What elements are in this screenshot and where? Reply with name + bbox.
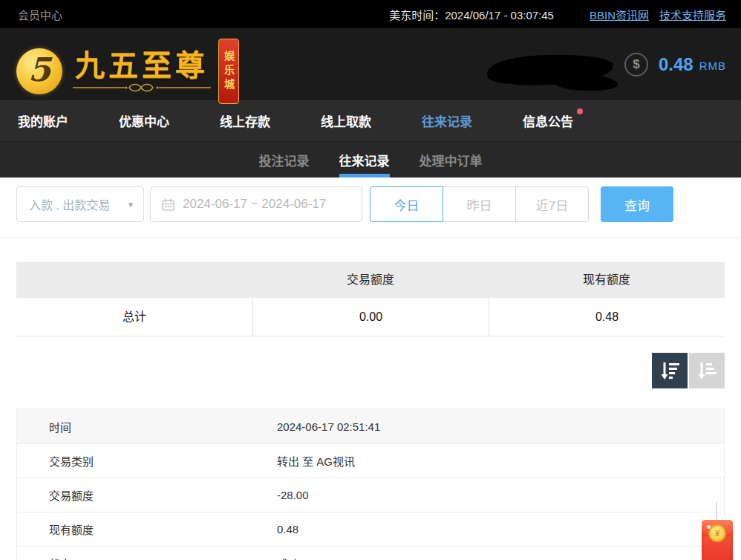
site-logo[interactable]: 5 九五至尊 娱乐城 [16, 39, 239, 104]
sort-ascending-icon [696, 361, 717, 380]
bbin-news-link[interactable]: BBIN资讯网 [590, 7, 649, 22]
tab-transaction-records[interactable]: 往来记录 [339, 142, 390, 178]
notification-dot [577, 108, 583, 114]
summary-current-balance: 0.48 [489, 298, 725, 336]
redacted-username-tail [553, 73, 618, 92]
logo-coin-icon: 5 [16, 48, 62, 94]
balance-currency: RMB [699, 59, 726, 72]
yesterday-button[interactable]: 昨日 [443, 186, 516, 222]
nav-item-announcements-label: 信息公告 [523, 115, 573, 129]
quick-range-group: 今日 昨日 近7日 [370, 186, 589, 222]
summary-total-label: 总计 [16, 298, 252, 336]
record-value: 0.48 [277, 523, 724, 535]
record-label: 交易额度 [17, 487, 277, 503]
date-range-value: 2024-06-17 ~ 2024-06-17 [183, 197, 326, 212]
summary-table: 交易额度 现有额度 总计 0.00 0.48 [16, 262, 725, 336]
caret-down-icon: ▼ [127, 201, 134, 209]
red-envelope-button[interactable]: ¥ [701, 502, 735, 560]
record-row-type: 交易类别 转出 至 AG视讯 [17, 443, 724, 478]
sort-descending-icon [659, 361, 680, 380]
dollar-circle-icon: $ [624, 53, 648, 76]
sub-nav: 投注记录 往来记录 处理中订单 [0, 142, 741, 178]
nav-item-announcements[interactable]: 信息公告 [523, 111, 573, 130]
record-row-amount: 交易额度 -28.00 [17, 478, 724, 512]
record-label: 现有额度 [17, 521, 277, 537]
red-envelope-icon: ¥ [702, 520, 733, 560]
tab-pending-orders[interactable]: 处理中订单 [420, 142, 483, 178]
record-label: 交易类别 [17, 453, 277, 469]
tech-support-link[interactable]: 技术支持服务 [659, 7, 726, 22]
calendar-icon [161, 198, 175, 212]
summary-header-empty [16, 262, 252, 298]
record-label: 时间 [17, 419, 277, 434]
record-value: 转出 至 AG视讯 [277, 453, 724, 469]
summary-header-row: 交易额度 现有额度 [16, 262, 725, 298]
today-button[interactable]: 今日 [370, 186, 443, 222]
record-value: 成功 [277, 556, 724, 560]
date-range-picker[interactable]: 2024-06-17 ~ 2024-06-17 [150, 186, 362, 222]
record-row-time: 时间 2024-06-17 02:51:41 [17, 409, 724, 443]
nav-item-promotions[interactable]: 优惠中心 [119, 111, 169, 130]
sort-controls [0, 353, 725, 388]
envelope-coin-icon: ¥ [708, 524, 726, 542]
last7days-button[interactable]: 近7日 [515, 186, 589, 222]
record-row-status: 状态 成功 [17, 546, 724, 560]
member-center-label: 会员中心 [18, 7, 62, 22]
sort-ascending-button[interactable] [689, 353, 725, 388]
envelope-string [716, 502, 717, 521]
nav-item-withdraw[interactable]: 线上取款 [321, 111, 371, 130]
summary-header-transaction-amount: 交易额度 [252, 262, 489, 298]
transaction-record-card: 时间 2024-06-17 02:51:41 交易类别 转出 至 AG视讯 交易… [16, 408, 725, 560]
nav-item-transactions[interactable]: 往来记录 [422, 111, 472, 130]
section-divider [0, 238, 741, 238]
top-bar: 会员中心 美东时间：2024/06/17 - 03:07:45 BBIN资讯网 … [0, 0, 741, 28]
logo-title: 九五至尊 [75, 50, 209, 81]
server-time: 美东时间：2024/06/17 - 03:07:45 [389, 7, 554, 22]
logo-badge: 娱乐城 [218, 39, 239, 104]
main-nav: 我的账户 优惠中心 线上存款 线上取款 往来记录 信息公告 [0, 100, 741, 142]
transaction-type-dropdown[interactable]: 入款 . 出款交易 ▼ [16, 186, 144, 222]
filter-bar: 入款 . 出款交易 ▼ 2024-06-17 ~ 2024-06-17 今日 昨… [0, 178, 741, 222]
server-time-value: 2024/06/17 - 03:07:45 [445, 9, 554, 22]
transaction-type-value: 入款 . 出款交易 [29, 195, 110, 213]
site-header: 5 九五至尊 娱乐城 $ 0.48 RMB [0, 28, 741, 100]
tab-bet-records[interactable]: 投注记录 [259, 142, 310, 178]
balance-amount: 0.48 [659, 54, 693, 75]
search-button[interactable]: 查询 [601, 186, 673, 222]
summary-transaction-amount: 0.00 [252, 298, 489, 336]
record-row-balance: 现有额度 0.48 [17, 512, 724, 546]
logo-flourish-icon [71, 82, 212, 93]
record-value: 2024-06-17 02:51:41 [277, 420, 724, 433]
summary-total-row: 总计 0.00 0.48 [16, 298, 725, 336]
logo-text-block: 九五至尊 [71, 50, 212, 93]
balance-display: $ 0.48 RMB [624, 28, 726, 100]
nav-item-deposit[interactable]: 线上存款 [220, 111, 270, 130]
sort-descending-button[interactable] [652, 353, 688, 388]
summary-header-current-balance: 现有额度 [489, 262, 725, 298]
server-time-label: 美东时间： [389, 9, 445, 22]
nav-item-my-account[interactable]: 我的账户 [18, 111, 68, 130]
record-label: 状态 [17, 556, 277, 560]
page: 会员中心 美东时间：2024/06/17 - 03:07:45 BBIN资讯网 … [0, 0, 741, 560]
record-value: -28.00 [277, 489, 724, 501]
